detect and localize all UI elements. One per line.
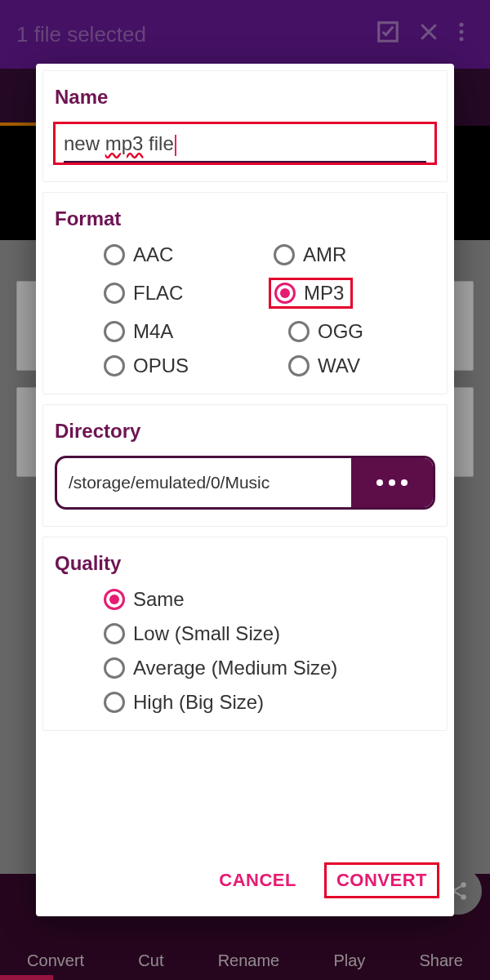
- directory-row: /storage/emulated/0/Music: [55, 456, 435, 510]
- convert-button[interactable]: CONVERT: [330, 865, 434, 896]
- filename-input[interactable]: new mp3 file: [64, 129, 426, 163]
- radio-amr[interactable]: AMR: [274, 243, 435, 266]
- quality-panel: Quality Same Low (Small Size) Average (M…: [42, 537, 448, 731]
- convert-highlight: CONVERT: [324, 862, 439, 898]
- radio-quality-high[interactable]: High (Big Size): [104, 691, 435, 714]
- dialog-actions: CANCEL CONVERT: [36, 854, 454, 916]
- radio-wav[interactable]: WAV: [274, 354, 435, 377]
- radio-ogg[interactable]: OGG: [274, 320, 435, 343]
- radio-icon: [104, 355, 125, 376]
- directory-path[interactable]: /storage/emulated/0/Music: [57, 458, 351, 507]
- radio-icon: [274, 283, 296, 304]
- radio-icon: [288, 355, 310, 376]
- directory-browse-button[interactable]: [351, 458, 433, 507]
- radio-icon: [104, 657, 125, 679]
- radio-icon: [104, 692, 125, 713]
- radio-flac[interactable]: FLAC: [104, 278, 265, 309]
- quality-heading: Quality: [55, 552, 435, 575]
- radio-aac[interactable]: AAC: [104, 243, 265, 266]
- dot-icon: [389, 479, 395, 486]
- mp3-highlight: MP3: [269, 278, 353, 309]
- cancel-button[interactable]: CANCEL: [212, 862, 303, 898]
- radio-icon: [104, 283, 125, 304]
- radio-opus[interactable]: OPUS: [104, 354, 265, 377]
- format-panel: Format AAC AMR FLAC MP3 M4A OGG OPUS WAV: [42, 192, 448, 394]
- radio-quality-low[interactable]: Low (Small Size): [104, 622, 435, 645]
- radio-icon: [274, 244, 295, 265]
- dot-icon: [401, 479, 408, 486]
- directory-panel: Directory /storage/emulated/0/Music: [42, 404, 448, 527]
- text-caret: [175, 135, 176, 156]
- dialog-body: Name new mp3 file Format AAC AMR FLAC MP…: [36, 64, 454, 854]
- convert-dialog: Name new mp3 file Format AAC AMR FLAC MP…: [36, 64, 454, 916]
- dot-icon: [376, 479, 383, 486]
- radio-mp3[interactable]: MP3: [274, 282, 344, 305]
- radio-icon: [104, 244, 125, 265]
- radio-icon: [104, 321, 125, 342]
- directory-heading: Directory: [55, 420, 435, 443]
- radio-icon: [288, 321, 310, 342]
- radio-quality-average[interactable]: Average (Medium Size): [104, 657, 435, 679]
- name-heading: Name: [55, 86, 435, 109]
- radio-icon: [104, 589, 125, 610]
- name-highlight: new mp3 file: [53, 122, 437, 165]
- radio-quality-same[interactable]: Same: [104, 588, 435, 611]
- format-heading: Format: [55, 207, 435, 230]
- radio-m4a[interactable]: M4A: [104, 320, 265, 343]
- name-panel: Name new mp3 file: [42, 70, 448, 182]
- radio-icon: [104, 623, 125, 644]
